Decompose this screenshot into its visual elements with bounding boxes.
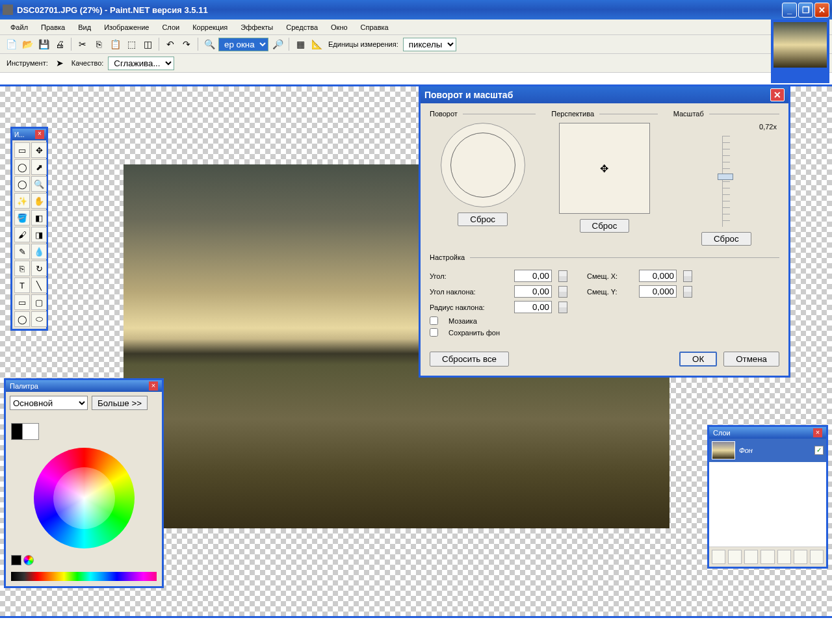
layer-visible-checkbox[interactable]: ✓	[814, 446, 824, 455]
reset-perspective-button[interactable]: Сброс	[580, 219, 630, 233]
zoom-select[interactable]: ер окна	[218, 38, 268, 51]
deselect-icon[interactable]: ◫	[140, 37, 155, 51]
tool-fill[interactable]: 🪣	[14, 210, 30, 225]
layers-panel-title[interactable]: Слои ×	[709, 427, 826, 439]
reset-all-button[interactable]: Сбросить все	[430, 352, 509, 367]
move-down-icon[interactable]	[794, 550, 807, 564]
scale-slider[interactable]	[722, 136, 730, 227]
merge-layer-icon[interactable]	[760, 550, 774, 564]
paste-icon[interactable]: 📋	[108, 37, 122, 51]
tool-pan[interactable]: ✋	[31, 193, 47, 209]
delete-layer-icon[interactable]	[728, 550, 742, 564]
mosaic-checkbox[interactable]	[430, 316, 438, 325]
save-icon[interactable]: 💾	[36, 37, 51, 51]
tool-magic-wand[interactable]: ✨	[14, 193, 30, 209]
more-button[interactable]: Больше >>	[92, 396, 148, 410]
color-chips[interactable]	[6, 552, 162, 569]
tool-move[interactable]: ✥	[31, 142, 47, 158]
move-up-icon[interactable]	[777, 550, 791, 564]
zoom-out-icon[interactable]: 🔍	[202, 37, 216, 51]
menu-help[interactable]: Справка	[354, 21, 395, 33]
tilt-spinner[interactable]	[558, 286, 567, 298]
offy-input[interactable]	[639, 285, 677, 298]
new-file-icon[interactable]: 📄	[4, 37, 18, 51]
zoom-in-icon[interactable]: 🔎	[270, 37, 285, 51]
color-wheel[interactable]	[34, 448, 135, 548]
menu-edit[interactable]: Правка	[34, 21, 72, 33]
tool-picker[interactable]: 💧	[31, 244, 47, 259]
tool-text[interactable]: T	[14, 277, 30, 293]
redo-icon[interactable]: ↷	[179, 37, 194, 51]
tool-line[interactable]: ╲	[31, 277, 47, 293]
quality-label: Качество:	[69, 59, 107, 67]
tool-rect-select[interactable]: ▭	[14, 142, 30, 158]
quality-select[interactable]: Сглажива...	[108, 57, 174, 70]
crop-icon[interactable]: ⬚	[124, 37, 138, 51]
undo-icon[interactable]: ↶	[163, 37, 177, 51]
tool-recolor[interactable]: ↻	[31, 261, 47, 276]
menu-image[interactable]: Изображение	[98, 21, 155, 33]
layers-close-icon[interactable]: ×	[813, 428, 822, 437]
document-thumbnail[interactable]	[771, 19, 829, 83]
tool-lasso[interactable]: ◯	[14, 159, 30, 175]
maximize-button[interactable]: ❐	[798, 3, 813, 18]
radius-input[interactable]	[514, 301, 552, 313]
tools-panel-title[interactable]: И... ×	[12, 129, 46, 140]
offx-input[interactable]	[639, 270, 677, 282]
menu-window[interactable]: Окно	[324, 21, 354, 33]
duplicate-layer-icon[interactable]	[744, 550, 758, 564]
layer-props-icon[interactable]	[810, 550, 824, 564]
ok-button[interactable]: ОК	[679, 352, 717, 367]
tool-rounded-rect[interactable]: ▢	[31, 294, 47, 310]
perspective-control[interactable]	[559, 123, 650, 214]
tools-close-icon[interactable]: ×	[35, 130, 44, 139]
menu-view[interactable]: Вид	[72, 21, 98, 33]
dialog-close-icon[interactable]: ✕	[770, 88, 785, 101]
reset-scale-button[interactable]: Сброс	[701, 232, 751, 246]
dialog-titlebar[interactable]: Поворот и масштаб ✕	[421, 86, 788, 103]
colors-close-icon[interactable]: ×	[149, 381, 158, 391]
colors-panel-title[interactable]: Палитра ×	[6, 380, 162, 392]
offy-spinner[interactable]	[683, 286, 692, 298]
tool-rect[interactable]: ▭	[14, 294, 30, 310]
menu-tools[interactable]: Средства	[280, 21, 324, 33]
tilt-input[interactable]	[514, 285, 552, 298]
tool-pencil[interactable]: ✎	[14, 244, 30, 259]
tool-ellipse-select[interactable]: ◯	[14, 176, 30, 192]
tool-ellipse[interactable]: ◯	[14, 311, 30, 327]
cut-icon[interactable]: ✂	[75, 37, 90, 51]
tool-freeform[interactable]: ⬭	[31, 311, 47, 327]
swatch-bar[interactable]	[11, 572, 157, 581]
offx-spinner[interactable]	[683, 270, 692, 282]
units-select[interactable]: пикселы	[403, 38, 456, 51]
tool-cursor-icon[interactable]: ➤	[53, 56, 67, 70]
menu-adjust[interactable]: Коррекция	[186, 21, 234, 33]
radius-spinner[interactable]	[558, 302, 567, 313]
tool-gradient[interactable]: ◧	[31, 210, 47, 225]
color-swatches[interactable]	[6, 414, 162, 444]
angle-spinner[interactable]	[558, 270, 567, 282]
menu-layers[interactable]: Слои	[155, 21, 186, 33]
grid-icon[interactable]: ▦	[293, 37, 307, 51]
color-mode-select[interactable]: Основной	[10, 396, 88, 410]
keepbg-checkbox[interactable]	[430, 328, 438, 337]
tool-move-selection[interactable]: ⬈	[31, 159, 47, 175]
angle-input[interactable]	[514, 270, 552, 282]
copy-icon[interactable]: ⎘	[92, 37, 106, 51]
tool-clone[interactable]: ⎘	[14, 261, 30, 276]
menu-effects[interactable]: Эффекты	[234, 21, 280, 33]
cancel-button[interactable]: Отмена	[723, 352, 779, 367]
add-layer-icon[interactable]	[712, 550, 725, 564]
close-button[interactable]: ✕	[814, 3, 829, 18]
rotation-wheel[interactable]	[441, 123, 525, 207]
open-file-icon[interactable]: 📂	[20, 37, 34, 51]
layer-item[interactable]: Фон ✓	[709, 439, 826, 462]
print-icon[interactable]: 🖨	[53, 37, 67, 51]
tool-eraser[interactable]: ◨	[31, 227, 47, 242]
tool-zoom[interactable]: 🔍	[31, 176, 47, 192]
minimize-button[interactable]: _	[782, 3, 797, 18]
reset-rotation-button[interactable]: Сброс	[458, 213, 508, 226]
tool-brush[interactable]: 🖌	[14, 227, 30, 242]
menu-file[interactable]: Файл	[4, 21, 34, 33]
ruler-icon[interactable]: 📐	[309, 37, 324, 51]
